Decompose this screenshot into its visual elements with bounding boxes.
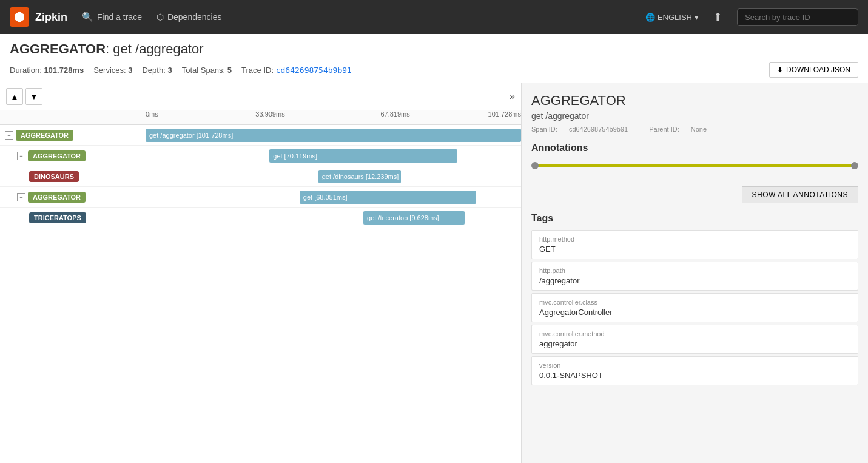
parent-id-value: None xyxy=(691,126,707,133)
tag-value: 0.0.1-SNAPSHOT xyxy=(539,371,850,380)
span-bar-area-5: get /triceratop [9.628ms] xyxy=(146,208,521,228)
tag-value: AggregatorController xyxy=(539,308,850,317)
annotation-track xyxy=(536,164,853,167)
total-spans-meta: Total Spans: 5 xyxy=(182,66,232,75)
download-icon: ⬇ xyxy=(777,66,783,74)
timeline-marker-1: 33.909ms xyxy=(255,110,284,118)
tag-key: mvc.controller.method xyxy=(539,330,850,337)
depth-meta: Depth: 3 xyxy=(142,66,172,75)
show-all-annotations-button[interactable]: SHOW ALL ANNOTATIONS xyxy=(742,186,858,203)
span-id-label: Span ID: cd642698754b9b91 xyxy=(531,126,639,133)
table-row[interactable]: − AGGREGATOR get [70.119ms] xyxy=(0,146,521,166)
timeline-header: 0ms 33.909ms 67.819ms 101.728ms xyxy=(0,110,521,125)
service-label-4: AGGREGATOR xyxy=(28,192,86,203)
collapse-down-button[interactable]: ▼ xyxy=(25,88,42,105)
annotation-slider[interactable] xyxy=(531,160,858,172)
tag-value: GET xyxy=(539,245,850,254)
table-row[interactable]: DINOSAURS get /dinosaurs [12.239ms] xyxy=(0,166,521,187)
trace-controls: ▲ ▼ » xyxy=(0,83,521,110)
annotations-title: Annotations xyxy=(531,143,858,154)
span-bar-area-4: get [68.051ms] xyxy=(146,187,521,207)
annotation-dot-right xyxy=(851,162,858,169)
span-id-value: cd642698754b9b91 xyxy=(569,126,628,133)
find-trace-nav[interactable]: 🔍 Find a trace xyxy=(82,12,142,22)
page-header: AGGREGATOR: get /aggregator Duration: 10… xyxy=(0,34,868,83)
page-title: AGGREGATOR: get /aggregator xyxy=(10,41,858,57)
list-item: http.method GET xyxy=(531,230,858,259)
tags-section: Tags http.method GET http.path /aggregat… xyxy=(531,213,858,385)
detail-service-name: AGGREGATOR xyxy=(531,93,858,109)
span-bar-1[interactable]: get /aggregator [101.728ms] xyxy=(146,129,521,142)
services-value: 3 xyxy=(128,66,132,75)
span-bar-2[interactable]: get [70.119ms] xyxy=(269,149,457,163)
timeline-marker-2: 67.819ms xyxy=(380,110,409,118)
service-label-3: DINOSAURS xyxy=(29,171,79,182)
depth-value: 3 xyxy=(167,66,172,75)
parent-id-label: Parent ID: None xyxy=(649,126,716,133)
spans-area: − AGGREGATOR get /aggregator [101.728ms]… xyxy=(0,125,521,463)
span-bar-3[interactable]: get /dinosaurs [12.239ms] xyxy=(318,170,401,183)
tag-value: aggregator xyxy=(539,339,850,348)
detail-operation: get /aggregator xyxy=(531,111,858,121)
collapse-button-1[interactable]: − xyxy=(5,131,13,140)
tag-value: /aggregator xyxy=(539,276,850,285)
total-spans-value: 5 xyxy=(227,66,232,75)
detail-ids: Span ID: cd642698754b9b91 Parent ID: Non… xyxy=(531,126,858,133)
trace-id-value: cd642698754b9b91 xyxy=(276,66,352,75)
table-row[interactable]: − AGGREGATOR get /aggregator [101.728ms] xyxy=(0,125,521,146)
tag-key: http.method xyxy=(539,235,850,243)
expand-icon[interactable]: » xyxy=(510,91,515,102)
table-row[interactable]: − AGGREGATOR get [68.051ms] xyxy=(0,187,521,208)
list-item: mvc.controller.class AggregatorControlle… xyxy=(531,293,858,322)
navbar: Zipkin 🔍 Find a trace ⬡ Dependencies 🌐 E… xyxy=(0,0,868,34)
tags-title: Tags xyxy=(531,213,858,224)
span-bar-area-1: get /aggregator [101.728ms] xyxy=(146,125,521,145)
duration-label: Duration: 101.728ms xyxy=(10,66,84,75)
duration-value: 101.728ms xyxy=(44,66,84,75)
span-bar-5[interactable]: get /triceratop [9.628ms] xyxy=(363,211,465,225)
download-json-button[interactable]: ⬇ DOWNLOAD JSON xyxy=(769,62,858,78)
annotation-dot-left xyxy=(531,162,539,169)
tag-key: mvc.controller.class xyxy=(539,299,850,306)
tag-key: version xyxy=(539,362,850,369)
table-row[interactable]: TRICERATOPS get /triceratop [9.628ms] xyxy=(0,208,521,228)
list-item: version 0.0.1-SNAPSHOT xyxy=(531,356,858,385)
service-label-5: TRICERATOPS xyxy=(29,212,86,223)
list-item: mvc.controller.method aggregator xyxy=(531,325,858,354)
trace-search-input[interactable] xyxy=(737,8,858,26)
list-item: http.path /aggregator xyxy=(531,262,858,291)
chevron-down-icon: ▾ xyxy=(695,13,699,22)
detail-panel: AGGREGATOR get /aggregator Span ID: cd64… xyxy=(522,83,868,463)
upload-button[interactable]: ⬆ xyxy=(713,10,722,24)
span-bar-area-2: get [70.119ms] xyxy=(146,146,521,166)
tag-key: http.path xyxy=(539,267,850,274)
span-bar-4[interactable]: get [68.051ms] xyxy=(300,191,476,204)
services-meta: Services: 3 xyxy=(93,66,132,75)
timeline-marker-3: 101.728ms xyxy=(488,110,521,118)
annotations-section: Annotations SHOW ALL ANNOTATIONS xyxy=(531,143,858,203)
collapse-up-button[interactable]: ▲ xyxy=(6,88,23,105)
page-meta: Duration: 101.728ms Services: 3 Depth: 3… xyxy=(10,62,858,83)
service-label-2: AGGREGATOR xyxy=(28,150,86,161)
trace-id-meta: Trace ID: cd642698754b9b91 xyxy=(241,66,352,75)
language-selector[interactable]: 🌐 ENGLISH ▾ xyxy=(645,13,699,22)
timeline-marker-0: 0ms xyxy=(146,110,158,118)
dependencies-icon: ⬡ xyxy=(156,12,164,22)
tags-container: http.method GET http.path /aggregator mv… xyxy=(531,230,858,385)
main-content: ▲ ▼ » 0ms 33.909ms 67.819ms 101.728ms − … xyxy=(0,83,868,463)
collapse-button-2[interactable]: − xyxy=(17,152,25,160)
dependencies-nav[interactable]: ⬡ Dependencies xyxy=(156,12,222,22)
span-bar-area-3: get /dinosaurs [12.239ms] xyxy=(146,166,521,186)
trace-panel: ▲ ▼ » 0ms 33.909ms 67.819ms 101.728ms − … xyxy=(0,83,522,463)
page-operation: get /aggregator xyxy=(113,41,203,56)
logo-icon xyxy=(10,7,29,27)
search-icon: 🔍 xyxy=(82,12,93,22)
collapse-button-4[interactable]: − xyxy=(17,193,25,201)
globe-icon: 🌐 xyxy=(645,13,655,22)
logo[interactable]: Zipkin xyxy=(10,7,67,27)
logo-text: Zipkin xyxy=(35,11,67,24)
service-label-1: AGGREGATOR xyxy=(16,130,73,141)
